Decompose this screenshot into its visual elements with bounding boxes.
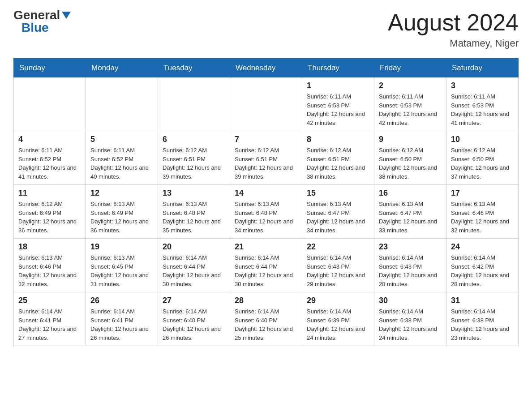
day-number: 31	[451, 296, 514, 305]
day-of-week-header: Tuesday	[158, 59, 230, 77]
calendar-cell: 5Sunrise: 6:11 AMSunset: 6:52 PMDaylight…	[86, 131, 158, 185]
day-number: 9	[379, 135, 442, 144]
day-info: Sunrise: 6:14 AMSunset: 6:43 PMDaylight:…	[307, 253, 369, 288]
calendar-week-row: 25Sunrise: 6:14 AMSunset: 6:41 PMDayligh…	[14, 292, 519, 346]
calendar-cell	[230, 77, 302, 131]
day-info: Sunrise: 6:13 AMSunset: 6:45 PMDaylight:…	[90, 253, 153, 288]
calendar-cell: 22Sunrise: 6:14 AMSunset: 6:43 PMDayligh…	[302, 239, 374, 292]
calendar-cell: 29Sunrise: 6:14 AMSunset: 6:39 PMDayligh…	[302, 292, 374, 346]
day-info: Sunrise: 6:12 AMSunset: 6:51 PMDaylight:…	[235, 146, 297, 181]
logo-triangle-icon	[62, 12, 71, 19]
calendar-cell: 13Sunrise: 6:13 AMSunset: 6:48 PMDayligh…	[158, 185, 230, 239]
day-number: 25	[18, 296, 81, 305]
day-info: Sunrise: 6:14 AMSunset: 6:41 PMDaylight:…	[90, 307, 153, 342]
calendar-week-row: 4Sunrise: 6:11 AMSunset: 6:52 PMDaylight…	[14, 131, 519, 185]
day-info: Sunrise: 6:14 AMSunset: 6:44 PMDaylight:…	[235, 253, 297, 288]
logo-blue-text: Blue	[21, 21, 49, 34]
day-number: 6	[163, 135, 225, 144]
day-info: Sunrise: 6:12 AMSunset: 6:51 PMDaylight:…	[307, 146, 369, 181]
day-info: Sunrise: 6:13 AMSunset: 6:46 PMDaylight:…	[18, 253, 81, 288]
calendar-title: August 2024	[388, 9, 519, 36]
calendar-cell: 19Sunrise: 6:13 AMSunset: 6:45 PMDayligh…	[86, 239, 158, 292]
day-info: Sunrise: 6:11 AMSunset: 6:53 PMDaylight:…	[307, 92, 369, 127]
day-info: Sunrise: 6:12 AMSunset: 6:51 PMDaylight:…	[163, 146, 225, 181]
day-info: Sunrise: 6:13 AMSunset: 6:48 PMDaylight:…	[163, 200, 225, 235]
day-number: 14	[235, 188, 297, 198]
calendar-cell: 27Sunrise: 6:14 AMSunset: 6:40 PMDayligh…	[158, 292, 230, 346]
day-number: 21	[235, 242, 297, 252]
logo: General Blue	[13, 9, 71, 34]
day-info: Sunrise: 6:13 AMSunset: 6:49 PMDaylight:…	[90, 200, 153, 235]
day-number: 5	[90, 135, 153, 144]
calendar-cell	[86, 77, 158, 131]
calendar-cell: 24Sunrise: 6:14 AMSunset: 6:42 PMDayligh…	[446, 239, 519, 292]
calendar-cell: 31Sunrise: 6:14 AMSunset: 6:38 PMDayligh…	[446, 292, 519, 346]
day-info: Sunrise: 6:14 AMSunset: 6:44 PMDaylight:…	[163, 253, 225, 288]
calendar-cell: 20Sunrise: 6:14 AMSunset: 6:44 PMDayligh…	[158, 239, 230, 292]
day-number: 3	[451, 81, 514, 90]
calendar-header-row: SundayMondayTuesdayWednesdayThursdayFrid…	[14, 59, 519, 77]
day-number: 27	[163, 296, 225, 305]
day-info: Sunrise: 6:14 AMSunset: 6:38 PMDaylight:…	[379, 307, 442, 342]
calendar-cell: 1Sunrise: 6:11 AMSunset: 6:53 PMDaylight…	[302, 77, 374, 131]
day-of-week-header: Friday	[374, 59, 446, 77]
calendar-cell: 7Sunrise: 6:12 AMSunset: 6:51 PMDaylight…	[230, 131, 302, 185]
day-number: 20	[163, 242, 225, 252]
day-number: 23	[379, 242, 442, 252]
calendar-cell: 12Sunrise: 6:13 AMSunset: 6:49 PMDayligh…	[86, 185, 158, 239]
calendar-cell: 6Sunrise: 6:12 AMSunset: 6:51 PMDaylight…	[158, 131, 230, 185]
day-info: Sunrise: 6:14 AMSunset: 6:43 PMDaylight:…	[379, 253, 442, 288]
day-of-week-header: Saturday	[446, 59, 519, 77]
day-info: Sunrise: 6:14 AMSunset: 6:42 PMDaylight:…	[451, 253, 514, 288]
day-number: 7	[235, 135, 297, 144]
day-info: Sunrise: 6:14 AMSunset: 6:40 PMDaylight:…	[235, 307, 297, 342]
day-number: 17	[451, 188, 514, 198]
page-header: General Blue August 2024 Matamey, Niger	[13, 9, 519, 49]
day-of-week-header: Wednesday	[230, 59, 302, 77]
day-number: 19	[90, 242, 153, 252]
calendar-cell: 11Sunrise: 6:12 AMSunset: 6:49 PMDayligh…	[14, 185, 86, 239]
day-info: Sunrise: 6:12 AMSunset: 6:50 PMDaylight:…	[379, 146, 442, 181]
day-number: 24	[451, 242, 514, 252]
day-number: 16	[379, 188, 442, 198]
day-number: 28	[235, 296, 297, 305]
day-number: 22	[307, 242, 369, 252]
calendar-cell: 9Sunrise: 6:12 AMSunset: 6:50 PMDaylight…	[374, 131, 446, 185]
calendar-cell: 16Sunrise: 6:13 AMSunset: 6:47 PMDayligh…	[374, 185, 446, 239]
day-info: Sunrise: 6:14 AMSunset: 6:40 PMDaylight:…	[163, 307, 225, 342]
calendar-cell: 26Sunrise: 6:14 AMSunset: 6:41 PMDayligh…	[86, 292, 158, 346]
title-block: August 2024 Matamey, Niger	[388, 9, 519, 49]
day-number: 13	[163, 188, 225, 198]
calendar-week-row: 1Sunrise: 6:11 AMSunset: 6:53 PMDaylight…	[14, 77, 519, 131]
day-info: Sunrise: 6:14 AMSunset: 6:38 PMDaylight:…	[451, 307, 514, 342]
calendar-cell: 3Sunrise: 6:11 AMSunset: 6:53 PMDaylight…	[446, 77, 519, 131]
day-info: Sunrise: 6:13 AMSunset: 6:46 PMDaylight:…	[451, 200, 514, 235]
calendar-cell: 23Sunrise: 6:14 AMSunset: 6:43 PMDayligh…	[374, 239, 446, 292]
calendar-cell: 28Sunrise: 6:14 AMSunset: 6:40 PMDayligh…	[230, 292, 302, 346]
day-number: 11	[18, 188, 81, 198]
day-info: Sunrise: 6:11 AMSunset: 6:52 PMDaylight:…	[18, 146, 81, 181]
calendar-cell: 15Sunrise: 6:13 AMSunset: 6:47 PMDayligh…	[302, 185, 374, 239]
day-info: Sunrise: 6:13 AMSunset: 6:48 PMDaylight:…	[235, 200, 297, 235]
calendar-cell: 4Sunrise: 6:11 AMSunset: 6:52 PMDaylight…	[14, 131, 86, 185]
day-of-week-header: Sunday	[14, 59, 86, 77]
day-number: 8	[307, 135, 369, 144]
day-number: 18	[18, 242, 81, 252]
day-info: Sunrise: 6:11 AMSunset: 6:53 PMDaylight:…	[451, 92, 514, 127]
day-info: Sunrise: 6:14 AMSunset: 6:39 PMDaylight:…	[307, 307, 369, 342]
day-number: 12	[90, 188, 153, 198]
day-of-week-header: Thursday	[302, 59, 374, 77]
calendar-week-row: 18Sunrise: 6:13 AMSunset: 6:46 PMDayligh…	[14, 239, 519, 292]
day-number: 10	[451, 135, 514, 144]
calendar-cell: 2Sunrise: 6:11 AMSunset: 6:53 PMDaylight…	[374, 77, 446, 131]
calendar-cell: 21Sunrise: 6:14 AMSunset: 6:44 PMDayligh…	[230, 239, 302, 292]
day-info: Sunrise: 6:12 AMSunset: 6:49 PMDaylight:…	[18, 200, 81, 235]
day-number: 29	[307, 296, 369, 305]
calendar-table: SundayMondayTuesdayWednesdayThursdayFrid…	[13, 58, 519, 346]
calendar-cell: 18Sunrise: 6:13 AMSunset: 6:46 PMDayligh…	[14, 239, 86, 292]
day-of-week-header: Monday	[86, 59, 158, 77]
day-info: Sunrise: 6:11 AMSunset: 6:52 PMDaylight:…	[90, 146, 153, 181]
day-number: 4	[18, 135, 81, 144]
calendar-cell: 14Sunrise: 6:13 AMSunset: 6:48 PMDayligh…	[230, 185, 302, 239]
day-number: 26	[90, 296, 153, 305]
